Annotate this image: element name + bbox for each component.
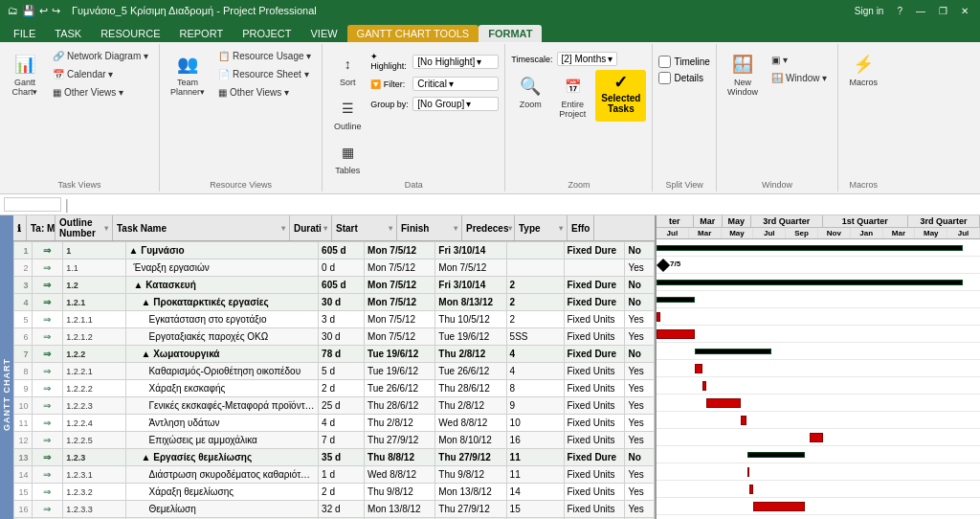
gantt-bar[interactable] (753, 502, 805, 511)
arrange-windows-btn[interactable]: ▣ ▾ (767, 52, 832, 68)
gantt-bar[interactable] (749, 485, 753, 494)
task-mode-cell: ⇒ (32, 311, 63, 328)
col-predecessors[interactable]: Predeces ▾ (462, 215, 515, 240)
sort-btn[interactable]: ↕️ Sort (328, 48, 367, 90)
table-row[interactable]: 14 ⇒ 1.2.3.1 Διάστρωση σκυροδέματος καθα… (14, 466, 655, 484)
duration-cell: 25 d (319, 397, 365, 415)
gantt-bar[interactable] (706, 398, 741, 408)
tab-view[interactable]: VIEW (301, 25, 346, 42)
task-mode-cell: ⇒ (32, 294, 63, 311)
outline-btn[interactable]: ☰ Outline (328, 92, 367, 134)
chevron-down-icon: ▾ (449, 79, 454, 89)
tab-gantt-tools[interactable]: GANTT CHART TOOLS (347, 25, 479, 42)
table-row[interactable]: 3 ⇒ 1.2 ▲ Κατασκευή 605 d Mon 7/5/12 Fri… (14, 277, 655, 294)
quick-access-save[interactable]: 💾 (22, 5, 35, 17)
macros-btn[interactable]: ⚡ Macros (844, 48, 882, 90)
tab-file[interactable]: FILE (4, 25, 45, 42)
resource-usage-btn[interactable]: 📋 Resource Usage ▾ (213, 48, 316, 64)
other-views-resource-btn[interactable]: ▦ Other Views ▾ (213, 84, 316, 101)
table-row[interactable]: 9 ⇒ 1.2.2.2 Χάραξη εκσκαφής 2 d Tue 26/6… (14, 380, 655, 397)
tab-task[interactable]: TASK (45, 25, 91, 42)
col-duration[interactable]: Durati ▾ (290, 215, 332, 240)
tab-format[interactable]: FORMAT (479, 25, 542, 42)
gantt-bar-row: 7/5 (657, 257, 980, 274)
cell-reference-input[interactable] (4, 197, 61, 212)
timeline-checkbox-label[interactable]: Timeline (658, 56, 709, 68)
table-row[interactable]: 6 ⇒ 1.2.1.2 Εργοταξιακές παροχές ΟΚΩ 30 … (14, 328, 655, 346)
gantt-bar[interactable] (695, 364, 702, 373)
gantt-bar[interactable] (747, 452, 805, 458)
pred-cell: 2 (506, 277, 564, 294)
gantt-bar[interactable] (741, 416, 746, 425)
col-finish[interactable]: Finish ▾ (397, 215, 462, 240)
details-checkbox-label[interactable]: Details (658, 72, 703, 84)
table-row[interactable]: 2 ⇒ 1.1 Έναρξη εργασιών 0 d Mon 7/5/12 M… (14, 260, 655, 277)
gantt-bar[interactable] (695, 349, 771, 354)
finish-cell: Wed 8/8/12 (435, 415, 506, 432)
task-mode-cell: ⇒ (32, 466, 63, 484)
gantt-bar[interactable] (747, 467, 749, 477)
table-row[interactable]: 12 ⇒ 1.2.2.5 Επιχώσεις με αμμοχάλικα 7 d… (14, 432, 655, 449)
gantt-bar[interactable] (702, 381, 706, 391)
sign-in[interactable]: Sign in (851, 6, 888, 16)
filter-dropdown[interactable]: Critical ▾ (412, 77, 499, 91)
task-mode-icon: ⇒ (43, 435, 51, 445)
gantt-bar[interactable] (657, 312, 660, 322)
table-row[interactable]: 8 ⇒ 1.2.2.1 Καθαρισμός-Οριοθέτηση οικοπέ… (14, 363, 655, 380)
table-row[interactable]: 15 ⇒ 1.2.3.2 Χάραξη θεμελίωσης 2 d Thu 9… (14, 484, 655, 501)
entire-project-btn[interactable]: 📅 Entire Project (553, 70, 591, 122)
team-planner-btn[interactable]: 👥 Team Planner▾ (166, 48, 210, 100)
type-cell: Fixed Units (564, 380, 625, 397)
main-area: GANTT CHART ℹ Ta: Mc▾ OutlineNumber ▾ Ta… (0, 215, 980, 519)
tables-btn[interactable]: ▦ Tables (328, 136, 367, 178)
tab-project[interactable]: PROJECT (233, 25, 301, 42)
start-cell: Tue 19/6/12 (365, 363, 435, 380)
calendar-btn[interactable]: 📅 Calendar ▾ (48, 66, 153, 82)
calendar-icon: 📅 (53, 69, 64, 79)
window-content: 🪟 New Window ▣ ▾ 🪟 Window ▾ (723, 48, 832, 178)
zoom-btn[interactable]: 🔍 Zoom (511, 70, 549, 122)
col-start[interactable]: Start ▾ (332, 215, 397, 240)
help-btn[interactable]: ? (893, 6, 906, 16)
table-row[interactable]: 16 ⇒ 1.2.3.3 Θεμελίωση 32 d Mon 13/8/12 … (14, 501, 655, 518)
gantt-bar[interactable] (810, 433, 823, 442)
gantt-bar[interactable] (657, 297, 695, 303)
effort-cell: Yes (625, 397, 655, 415)
quick-access-undo[interactable]: ↩ (39, 5, 48, 17)
type-cell: Fixed Units (564, 432, 625, 449)
table-row[interactable]: 5 ⇒ 1.2.1.1 Εγκατάσταση στο εργοτάξιο 3 … (14, 311, 655, 328)
gantt-bar[interactable] (657, 280, 963, 285)
table-row[interactable]: 1 ⇒ 1 ▲ Γυμνάσιο 605 d Mon 7/5/12 Fri 3/… (14, 242, 655, 260)
col-task-name[interactable]: Task Name ▾ (113, 215, 290, 240)
month-nov: Nov (818, 228, 851, 238)
gantt-chart-btn[interactable]: 📊 Gantt Chart▾ (6, 48, 44, 100)
new-window-btn[interactable]: 🪟 New Window (723, 48, 763, 100)
tab-report[interactable]: REPORT (170, 25, 234, 42)
tab-resource[interactable]: RESOURCE (91, 25, 169, 42)
other-views-task-btn[interactable]: ▦ Other Views ▾ (48, 84, 153, 101)
quick-access-redo[interactable]: ↪ (52, 5, 60, 17)
minimize-btn[interactable]: — (912, 6, 929, 16)
table-row[interactable]: 7 ⇒ 1.2.2 ▲ Χωματουργικά 78 d Tue 19/6/1… (14, 346, 655, 363)
gantt-bar[interactable] (657, 245, 963, 251)
groupby-dropdown[interactable]: [No Group] ▾ (412, 97, 499, 111)
details-checkbox[interactable] (658, 72, 671, 84)
table-row[interactable]: 13 ⇒ 1.2.3 ▲ Εργασίες θεμελίωσης 35 d Th… (14, 449, 655, 466)
window-menu-btn[interactable]: 🪟 Window ▾ (767, 70, 832, 86)
selected-tasks-btn[interactable]: ✓ Selected Tasks (595, 70, 646, 122)
title-bar-right: Sign in ? — ❐ ✕ (851, 6, 972, 16)
maximize-btn[interactable]: ❐ (935, 6, 951, 16)
col-type[interactable]: Type ▾ (515, 215, 568, 240)
highlight-dropdown[interactable]: [No Highlight] ▾ (412, 55, 499, 69)
timescale-dropdown[interactable]: [2] Months ▾ (557, 52, 618, 66)
close-btn[interactable]: ✕ (957, 6, 972, 16)
timeline-checkbox[interactable] (658, 56, 671, 68)
gantt-bar[interactable] (657, 329, 695, 339)
table-row[interactable]: 4 ⇒ 1.2.1 ▲ Προκαταρκτικές εργασίες 30 d… (14, 294, 655, 311)
col-outline[interactable]: OutlineNumber ▾ (56, 215, 113, 240)
resource-sheet-btn[interactable]: 📄 Resource Sheet ▾ (213, 66, 316, 82)
table-row[interactable]: 10 ⇒ 1.2.2.3 Γενικές εκσκαφές-Μεταφορά π… (14, 397, 655, 415)
network-diagram-btn[interactable]: 🔗 Network Diagram ▾ (48, 48, 153, 64)
table-row[interactable]: 11 ⇒ 1.2.2.4 Άντληση υδάτων 4 d Thu 2/8/… (14, 415, 655, 432)
col-effort[interactable]: Effo (568, 215, 594, 240)
